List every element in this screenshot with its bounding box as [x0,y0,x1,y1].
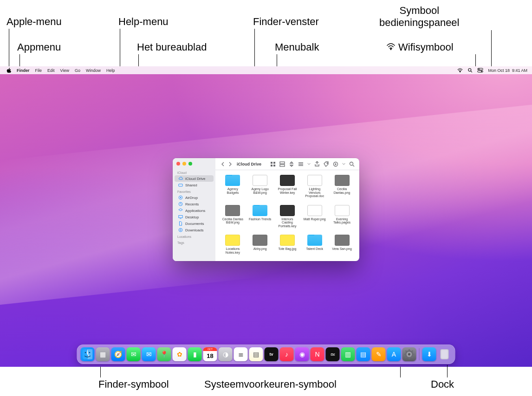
close-button[interactable] [176,162,180,166]
apple-menu[interactable] [4,68,14,73]
anno-control-center: Symbool bedieningspaneel [379,5,460,29]
sidebar-item[interactable]: Documents [175,220,214,227]
finder-grid[interactable]: Agency BudgetsAgeny Logo B&W.pngProposal… [215,170,359,261]
sidebar-item[interactable]: Downloads [175,227,214,233]
menu-edit[interactable]: Edit [45,68,58,73]
anno-help-menu: Help-menu [118,16,169,28]
zoom-button[interactable] [188,162,192,166]
app-menu[interactable]: Finder [14,68,32,73]
view-icons-icon[interactable] [270,161,276,167]
file-item[interactable]: Interiors Casting Portraits.key [275,205,300,232]
dock-safari[interactable]: 🧭 [111,347,125,361]
file-item[interactable]: Fashion Trends [247,205,273,232]
file-item[interactable]: Locations Notes.key [220,235,246,258]
file-item[interactable]: Proposal Fall Winter.key [275,175,300,202]
updown-icon[interactable] [289,161,294,167]
dock-facetime[interactable]: ▮ [188,347,202,361]
finder-window[interactable]: iCloudiCloud DriveSharedFavoritesAirDrop… [173,158,359,261]
forward-icon[interactable] [227,161,233,167]
file-item[interactable]: Cecilia Dantas B&W.png [220,205,246,232]
dock-podcasts[interactable]: ◉ [295,347,309,361]
svg-rect-6 [179,184,183,186]
anno-apple-menu: Apple-menu [6,16,62,28]
file-item[interactable]: Talent Deck [302,235,327,258]
spotlight-icon[interactable] [467,68,473,73]
anno-wifi: Wifisymbool [398,41,454,53]
dock-finder[interactable] [81,347,95,361]
file-label: Cecilia Dantas.png [331,187,354,194]
menubar-date[interactable]: Mon Oct 18 9:41 AM [488,68,527,73]
desktop[interactable]: Finder File Edit View Go Window Help Mon… [0,66,532,367]
dock-stocks[interactable]: ≃ [326,347,340,361]
sidebar-header: Locations [173,233,215,239]
menu-help[interactable]: Help [104,68,118,73]
dock[interactable]: ▦🧭✉✉📍✿▮OCT18◑≣▤ tv♪◉N≃▥▤✎A⬇ [77,345,455,364]
share-icon[interactable] [314,161,320,167]
sidebar-item[interactable]: Desktop [175,214,214,220]
dock-keynote[interactable]: ▤ [357,347,370,361]
back-icon[interactable] [220,161,226,167]
doc-thumb-icon [307,205,322,216]
sidebar-header: iCloud [173,169,215,175]
dock-trash[interactable] [438,347,452,361]
dock-reminders[interactable]: ≣ [234,347,248,361]
sidebar-item[interactable]: iCloud Drive [175,175,214,182]
file-item[interactable]: Vera San.png [329,235,355,258]
dock-pages[interactable]: ✎ [372,347,386,361]
file-item[interactable]: Tote Bag.jpg [275,235,300,258]
anno-sysprefs-icon: Systeemvoorkeuren-symbool [204,378,337,390]
search-icon[interactable] [349,161,355,167]
dock-launchpad[interactable]: ▦ [96,347,110,361]
file-item[interactable]: Lighting Vendors Proposal.doc [302,175,327,202]
menu-go[interactable]: Go [72,68,83,73]
dock-system-preferences[interactable] [402,347,416,361]
anno-finder-icon: Finder-symbool [98,378,169,390]
dock-mail[interactable]: ✉ [142,347,156,361]
file-item[interactable]: Agency Budgets [220,175,246,202]
sidebar-item[interactable]: Shared [175,182,214,188]
menu-view[interactable]: View [58,68,72,73]
file-item[interactable]: Evening Talks.pages [329,205,355,232]
folder-thumb-icon [307,235,322,246]
photo-thumb-icon [335,235,350,246]
svg-point-25 [350,162,353,165]
file-label: Proposal Fall Winter.key [276,187,299,194]
file-label: Locations Notes.key [221,247,244,254]
sidebar-item[interactable]: Recents [175,201,214,207]
dock-numbers[interactable]: ▥ [341,347,355,361]
minimize-button[interactable] [182,162,186,166]
dock-tv[interactable]: tv [265,347,279,361]
svg-point-28 [85,352,86,353]
group-icon[interactable] [279,161,285,167]
chevron-down-icon[interactable] [307,162,311,166]
sidebar-item[interactable]: AirDrop [175,194,214,201]
dock-photos[interactable]: ✿ [173,347,187,361]
dock-notes[interactable]: ▤ [249,347,263,361]
wifi-status-icon[interactable] [457,68,463,73]
dock-contacts[interactable]: ◑ [219,347,233,361]
yellow-thumb-icon [225,235,240,246]
dock-calendar[interactable]: OCT18 [203,347,217,361]
dock-news[interactable]: N [311,347,324,361]
file-label: Cecilia Dantas B&W.png [221,217,244,224]
dock-messages[interactable]: ✉ [127,347,141,361]
finder-title: iCloud Drive [237,162,261,166]
chevron-down-icon[interactable] [342,162,345,166]
sidebar-item[interactable]: Applications [175,207,214,214]
tag-icon[interactable] [324,161,329,167]
control-center-icon[interactable] [477,68,483,73]
menu-file[interactable]: File [32,68,45,73]
dock-music[interactable]: ♪ [280,347,294,361]
file-item[interactable]: Abby.png [247,235,273,258]
action-icon[interactable] [333,161,338,167]
file-item[interactable]: Matt Roper.png [302,205,327,232]
file-item[interactable]: Ageny Logo B&W.png [247,175,273,202]
view-options-icon[interactable] [298,161,304,167]
file-item[interactable]: Cecilia Dantas.png [329,175,355,202]
dock-app-store[interactable]: A [387,347,401,361]
menu-window[interactable]: Window [83,68,104,73]
dock-downloads[interactable]: ⬇ [422,347,436,361]
finder-face-icon [83,349,93,359]
dock-maps[interactable]: 📍 [157,347,171,361]
yellow-thumb-icon [280,235,295,246]
